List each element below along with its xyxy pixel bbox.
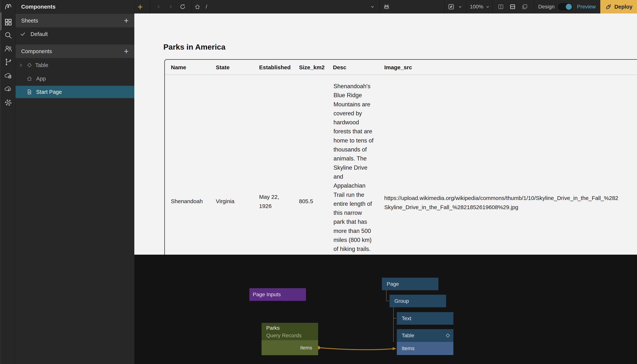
toggle-knob: [566, 4, 572, 10]
sidebar-title: Components: [21, 0, 56, 14]
node-graph-editor[interactable]: Page Inputs Page Group Text Table Items …: [134, 255, 637, 364]
cell-name: Shenandoah: [171, 198, 203, 204]
node-header: Parks Query Records: [262, 323, 318, 340]
icon-rail: [0, 0, 16, 364]
column-header-state[interactable]: State: [216, 62, 230, 73]
tree-item-label: App: [36, 76, 46, 82]
node-page[interactable]: Page: [382, 278, 438, 290]
node-body: Items: [262, 340, 318, 355]
nav-back-icon[interactable]: [156, 4, 161, 9]
output-port-label[interactable]: Items: [300, 345, 312, 351]
node-page-inputs[interactable]: Page Inputs: [249, 288, 306, 301]
sidebar-panel: Components Sheets + Default Components +…: [16, 0, 134, 364]
home-icon: [27, 76, 33, 82]
components-section-header[interactable]: Components +: [16, 44, 134, 58]
graph-wires-layer: [134, 255, 637, 364]
nav-forward-icon[interactable]: [168, 4, 173, 9]
sidebar-item-app[interactable]: App: [16, 72, 134, 85]
column-header-name[interactable]: Name: [171, 62, 186, 73]
cell-image-src: https://upload.wikimedia.org/wikipedia/c…: [384, 194, 618, 212]
stacked-windows-layout-icon[interactable]: [522, 4, 528, 10]
cell-established: May 22, 1926: [259, 192, 288, 211]
deploy-button[interactable]: Deploy: [600, 0, 637, 14]
home-nav-icon[interactable]: [195, 4, 201, 10]
node-table-items-port[interactable]: Items: [397, 342, 453, 355]
page-title: Parks in America: [163, 43, 225, 52]
sidebar-item-table-component[interactable]: Table: [16, 59, 134, 72]
deploy-label: Deploy: [614, 4, 632, 10]
preview-mode-label[interactable]: Preview: [577, 0, 596, 14]
tree-item-label: Start Page: [36, 89, 62, 95]
split-vertical-layout-icon[interactable]: [498, 4, 504, 10]
node-table-instance[interactable]: Table: [397, 329, 453, 342]
top-toolbar: + /: [134, 0, 637, 14]
sidebar-item-start-page[interactable]: Start Page: [16, 86, 134, 98]
column-header-established[interactable]: Established: [259, 62, 291, 73]
viewport-size-icon[interactable]: [447, 3, 455, 10]
toolbar-separator: [492, 0, 493, 14]
toolbar-separator: [192, 0, 192, 14]
toolbar-separator: [379, 0, 380, 14]
chevron-down-icon[interactable]: [485, 5, 490, 9]
column-header-desc[interactable]: Desc: [333, 62, 346, 73]
toolbar-separator: [444, 0, 445, 14]
settings-gear-icon[interactable]: [4, 98, 13, 107]
column-header-size[interactable]: Size_km2: [299, 62, 325, 73]
node-label: Text: [402, 316, 411, 322]
rocket-icon: [605, 3, 612, 10]
app-window: { "colors": { "accent_teal_selection": "…: [0, 0, 637, 364]
data-table: [164, 59, 637, 255]
chevron-right-icon[interactable]: [18, 63, 23, 68]
cell-desc: Shenandoah's Blue Ridge Mountains are co…: [333, 82, 375, 254]
column-header-image-src[interactable]: Image_src: [384, 62, 412, 73]
image-src-line1: https://upload.wikimedia.org/wikipedia/c…: [384, 194, 618, 202]
node-label: Group: [394, 298, 409, 304]
components-grid-icon[interactable]: [4, 18, 13, 26]
node-subtitle: Query Records: [266, 332, 301, 338]
tree-item-label: Table: [35, 62, 48, 68]
preview-canvas: Parks in America Name State Established …: [134, 14, 637, 255]
node-label: Page Inputs: [253, 292, 281, 298]
node-label: Table: [402, 332, 414, 338]
split-horizontal-layout-icon[interactable]: [509, 4, 516, 10]
app-logo-icon[interactable]: [4, 2, 13, 11]
node-group[interactable]: Group: [389, 295, 446, 307]
search-icon[interactable]: [4, 31, 13, 40]
design-mode-label[interactable]: Design: [533, 0, 554, 14]
toolbar-separator: [466, 0, 467, 14]
node-title: Parks: [266, 325, 280, 331]
sheets-section-header[interactable]: Sheets +: [16, 14, 134, 27]
cell-size-km2: 805.5: [299, 198, 313, 204]
wire-arrowhead-icon: [393, 347, 396, 350]
items-connection-wire: [320, 348, 394, 350]
cloud-data-icon[interactable]: [4, 71, 13, 80]
toolbar-separator: [150, 0, 150, 14]
cloud-functions-icon[interactable]: [4, 84, 13, 93]
cell-state: Virginia: [216, 198, 235, 204]
node-parks-query[interactable]: Parks Query Records Items: [262, 323, 318, 355]
zoom-level[interactable]: 100%: [470, 0, 483, 14]
sidebar-item-default-sheet[interactable]: Default: [16, 27, 134, 41]
add-node-button[interactable]: +: [138, 0, 143, 14]
refresh-icon[interactable]: [180, 4, 186, 10]
collaborators-icon[interactable]: [4, 44, 13, 53]
diamond-component-icon: [445, 333, 450, 338]
document-icon: [27, 89, 33, 95]
rail-scrollbar[interactable]: [1, 12, 1, 30]
design-preview-toggle[interactable]: [558, 3, 572, 10]
components-section-label: Components: [21, 48, 52, 54]
url-path[interactable]: /: [206, 0, 207, 14]
sheets-section-label: Sheets: [21, 18, 38, 24]
chevron-down-icon[interactable]: [370, 4, 375, 10]
version-control-branch-icon[interactable]: [4, 58, 13, 66]
add-component-button[interactable]: +: [124, 44, 129, 58]
node-text[interactable]: Text: [397, 312, 453, 325]
image-src-line2: Skyline_Drive_in_the_Fall_%2821852619608…: [384, 202, 618, 212]
debug-bug-icon[interactable]: [383, 3, 390, 10]
chevron-down-icon[interactable]: [458, 5, 462, 9]
table-header-divider: [165, 74, 637, 75]
input-port-label: Items: [402, 346, 414, 352]
check-icon: [20, 31, 26, 37]
node-label: Page: [387, 281, 399, 287]
add-sheet-button[interactable]: +: [124, 14, 129, 27]
